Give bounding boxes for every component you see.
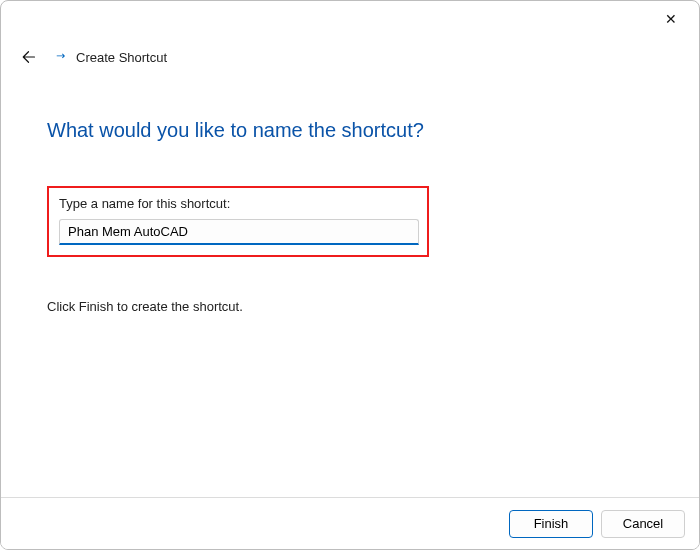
shortcut-name-label: Type a name for this shortcut: — [59, 196, 417, 211]
input-wrapper — [59, 219, 419, 245]
finish-button[interactable]: Finish — [509, 510, 593, 538]
titlebar: ✕ — [1, 1, 699, 37]
close-icon: ✕ — [665, 11, 677, 27]
instruction-text: Click Finish to create the shortcut. — [47, 299, 653, 314]
arrow-left-icon — [18, 48, 36, 66]
button-bar: Finish Cancel — [1, 497, 699, 549]
wizard-header: ↗ Create Shortcut — [1, 37, 699, 67]
page-heading: What would you like to name the shortcut… — [47, 119, 653, 142]
close-button[interactable]: ✕ — [657, 5, 685, 33]
back-button[interactable] — [17, 47, 37, 67]
annotation-highlight: Type a name for this shortcut: — [47, 186, 429, 257]
wizard-title: Create Shortcut — [76, 50, 167, 65]
shortcut-name-input[interactable] — [59, 219, 419, 245]
shortcut-arrow-icon: ↗ — [53, 48, 69, 64]
content-area: What would you like to name the shortcut… — [1, 67, 699, 314]
cancel-button[interactable]: Cancel — [601, 510, 685, 538]
